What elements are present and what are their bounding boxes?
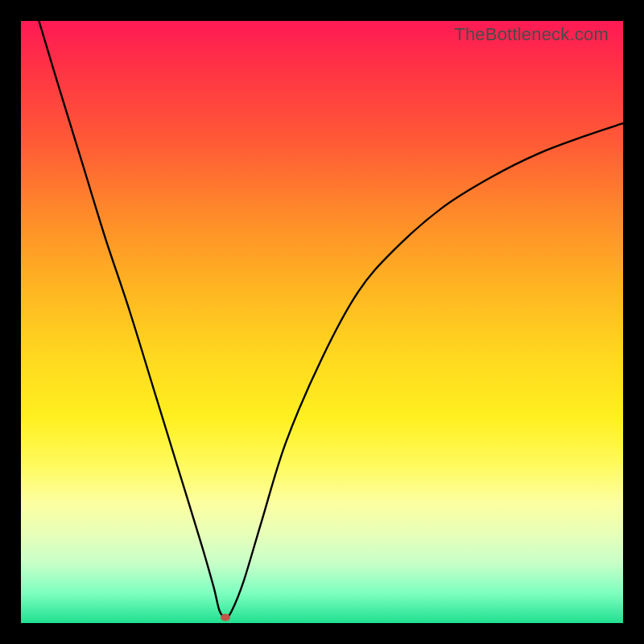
chart-frame: TheBottleneck.com bbox=[0, 0, 644, 644]
bottleneck-curve bbox=[21, 21, 623, 623]
optimal-point-marker bbox=[221, 613, 230, 621]
plot-area: TheBottleneck.com bbox=[21, 21, 623, 623]
curve-path bbox=[39, 21, 623, 617]
